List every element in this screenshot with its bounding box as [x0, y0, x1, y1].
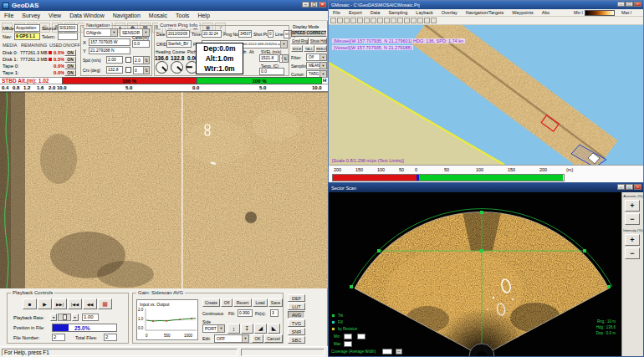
course-spinner[interactable]: 0	[133, 66, 150, 74]
tape1-on-button[interactable]: ON	[64, 69, 76, 76]
svel-spinner[interactable]: 1500.0	[279, 54, 289, 63]
wide-button[interactable]: WIDE	[291, 45, 303, 52]
rewind-button[interactable]: |◀◀	[68, 298, 82, 309]
gain-tool-down-icon[interactable]: ↧	[241, 324, 253, 334]
tall-button[interactable]: TALL	[304, 45, 314, 52]
fit-value[interactable]: 3	[270, 309, 279, 317]
show-hdr-button[interactable]: Show Hdr	[309, 38, 327, 44]
rate-value[interactable]: 1.00	[82, 314, 99, 321]
min-input[interactable]	[344, 334, 352, 339]
close-icon[interactable]: ×	[634, 184, 641, 190]
minimize-icon[interactable]: –	[302, 2, 309, 8]
edit-dropdown[interactable]: OFF	[214, 334, 249, 343]
lut-mode-button[interactable]: LUT	[288, 303, 305, 310]
menu-survey[interactable]: Survey	[18, 13, 44, 18]
menu-nav-targets[interactable]: Navigation/Targets	[462, 10, 509, 15]
menu-waypoints[interactable]: Waypoints	[508, 10, 537, 15]
eject-button[interactable]: ▩	[98, 298, 112, 309]
mosaic-titlebar[interactable]: GMosaic - C:\GeoDAS\MOSAIC\Mosaic.Prj – …	[329, 1, 643, 9]
menu-view[interactable]: View	[44, 13, 65, 18]
menu-export[interactable]: Export	[345, 10, 366, 15]
maximize-icon[interactable]: ▢	[310, 2, 318, 8]
cancel-button[interactable]: Cancel	[264, 334, 283, 343]
avg-mode-button[interactable]: AVG	[288, 311, 305, 319]
min-input2[interactable]	[357, 334, 365, 339]
off-button[interactable]: Off	[221, 298, 233, 307]
snr-mode-button[interactable]: SNR	[288, 328, 305, 335]
menu-navigation[interactable]: Navigation	[109, 13, 145, 18]
map-toolbar-icon[interactable]	[417, 18, 423, 23]
position-bar[interactable]: 25.0%	[52, 324, 117, 332]
menu-layback[interactable]: Layback	[411, 10, 437, 15]
sidescan-waterfall[interactable]	[0, 92, 328, 288]
step-back-button[interactable]: ◀◀	[83, 298, 97, 309]
fast-forward-button[interactable]: ▶▶|	[53, 298, 67, 309]
map-toolbar-icon[interactable]	[350, 18, 356, 23]
gain-tool-slope-down-icon[interactable]: ◣	[268, 324, 280, 334]
max-input[interactable]	[344, 341, 352, 347]
filt-value[interactable]: 0.990	[238, 309, 253, 317]
disk1-on-button[interactable]: ON	[64, 56, 76, 63]
map-toolbar-icon[interactable]	[431, 18, 437, 23]
rate-up-button[interactable]: ▸	[72, 314, 79, 321]
menu-tools[interactable]: Tools	[171, 13, 193, 18]
revert-button[interactable]: Revert	[233, 298, 252, 307]
map-toolbar-icon[interactable]	[384, 18, 390, 23]
rate-down-button[interactable]: ◂	[50, 314, 57, 321]
map-toolbar-icon[interactable]	[330, 18, 336, 23]
course-override-checkbox[interactable]	[125, 67, 131, 73]
nav-format-dropdown[interactable]: OAlgrds	[84, 28, 118, 37]
maximize-icon[interactable]: ▢	[626, 184, 633, 190]
save-button[interactable]: Save	[268, 298, 283, 307]
map-toolbar-icon[interactable]	[424, 18, 430, 23]
map-toolbar-icon[interactable]	[337, 18, 343, 23]
map-toolbar-icon[interactable]	[404, 18, 410, 23]
speed-override-checkbox[interactable]	[125, 57, 131, 63]
grnd-rng-button[interactable]: Grnd Rng	[291, 38, 309, 44]
menu-help[interactable]: Help	[193, 13, 213, 18]
geodas-titlebar[interactable]: GeoDAS – ▢ ×	[0, 0, 328, 11]
map-toolbar-icon[interactable]	[397, 18, 403, 23]
load-button[interactable]: Load	[253, 298, 268, 307]
menu-abc[interactable]: Abc	[538, 10, 554, 15]
menu-mosaic[interactable]: Mosaic	[145, 13, 171, 18]
tvg-mode-button[interactable]: TVG	[288, 319, 305, 327]
map-toolbar-icon[interactable]	[344, 18, 350, 23]
gain-tool-slope-up-icon[interactable]: ◢	[254, 324, 267, 334]
def-mode-button[interactable]: DEF	[288, 294, 305, 302]
minimize-icon[interactable]: –	[617, 184, 625, 190]
map-toolbar-icon[interactable]	[391, 18, 396, 23]
disk0-on-button[interactable]: ON	[64, 49, 76, 56]
menu-sampling[interactable]: Sampling	[384, 10, 411, 15]
menu-file[interactable]: File	[0, 13, 18, 18]
sbc-mode-button[interactable]: SBC	[288, 336, 305, 344]
close-icon[interactable]: ×	[319, 2, 326, 8]
map-toolbar-icon[interactable]	[364, 18, 370, 23]
tape0-on-button[interactable]: ON	[64, 63, 76, 69]
intensity-minus-button[interactable]: −	[625, 247, 640, 259]
minimize-icon[interactable]: –	[617, 2, 625, 7]
intensity-plus-button[interactable]: +	[625, 234, 640, 246]
play-button[interactable]: ▶	[38, 298, 52, 309]
speed-spinner[interactable]: 2.0	[133, 56, 150, 64]
menu-data[interactable]: Data	[366, 10, 385, 15]
map-toolbar-icon[interactable]	[377, 18, 383, 23]
side-dropdown[interactable]: PORT	[202, 324, 225, 333]
create-button[interactable]: Create	[202, 298, 220, 307]
menu-data-window[interactable]: Data Window	[65, 13, 109, 18]
stop-playback-button[interactable]: ■	[23, 298, 37, 309]
acoustic-minus-button[interactable]: −	[625, 213, 640, 225]
acoustic-plus-button[interactable]: +	[625, 200, 640, 212]
sampling-dropdown[interactable]: MEAN	[306, 62, 327, 69]
menu-file[interactable]: File	[329, 10, 345, 15]
gain-tool-updown-icon[interactable]: ↕	[227, 324, 240, 334]
map-toolbar-icon[interactable]	[357, 18, 363, 23]
menu-overlay[interactable]: Overlay	[437, 10, 462, 15]
filter-dropdown[interactable]: Off	[306, 54, 327, 61]
close-icon[interactable]: ×	[634, 2, 641, 7]
coverage-minus-button[interactable]: −	[396, 349, 402, 354]
sector-titlebar[interactable]: Sector Scan – ▢ ×	[329, 183, 643, 192]
map-toolbar-icon[interactable]	[371, 18, 376, 23]
speed-correct-button[interactable]: SPEED CORRECT	[291, 29, 327, 37]
freeze-button[interactable]: FREEZE	[315, 45, 327, 52]
